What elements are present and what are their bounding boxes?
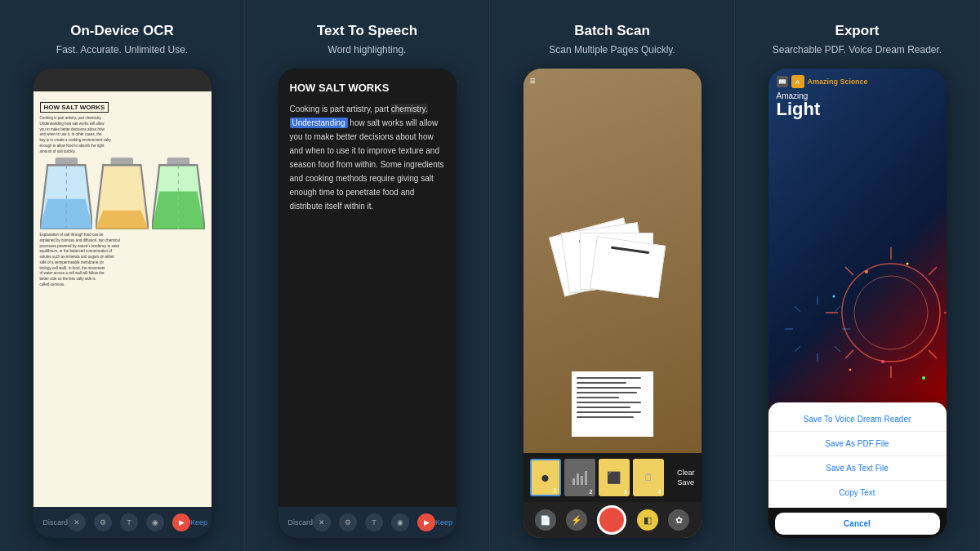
svg-line-18 xyxy=(929,267,937,275)
svg-point-35 xyxy=(832,295,835,298)
scan-document-icon[interactable]: 📄 xyxy=(535,509,556,531)
panel-batch: Batch Scan Scan Multiple Pages Quickly. … xyxy=(490,0,735,551)
clear-button[interactable]: Clear xyxy=(677,469,695,477)
text-icon[interactable]: T xyxy=(120,513,138,531)
tts-doc-title: HOW SALT WORKS xyxy=(290,82,445,94)
svg-point-15 xyxy=(842,264,940,362)
save-pdf-button[interactable]: Save As PDF File xyxy=(768,432,947,456)
save-voice-dream-button[interactable]: Save To Voice Dream Reader xyxy=(768,407,947,432)
scanned-pages-stack xyxy=(555,220,670,302)
tts-discard-icon[interactable]: ✕ xyxy=(313,513,331,531)
tts-speaker-icon[interactable]: ◉ xyxy=(391,513,409,531)
svg-point-16 xyxy=(854,276,928,349)
export-book-cover: 📖 A Amazing Science Amazing Light Save T… xyxy=(768,69,947,508)
thumb-4[interactable]: 🗒 4 xyxy=(633,459,664,496)
tts-play-icon[interactable]: ▶ xyxy=(417,513,435,531)
tts-wrench-icon[interactable]: ⚙ xyxy=(339,513,357,531)
phone-batch: ≡ xyxy=(523,69,702,538)
svg-point-34 xyxy=(906,263,908,265)
speaker-icon[interactable]: ◉ xyxy=(146,513,164,531)
svg-line-20 xyxy=(929,350,937,358)
phone-tts: HOW SALT WORKS Cooking is part artistry,… xyxy=(278,69,457,538)
panel-ocr: On-Device OCR Fast. Accurate. Unlimited … xyxy=(0,0,245,551)
svg-line-30 xyxy=(795,346,800,352)
toolbar: ✕ ⚙ T ◉ ▶ xyxy=(68,513,190,531)
save-text-button[interactable]: Save As Text File xyxy=(768,456,947,481)
panel-tts-title: Text To Speech xyxy=(317,23,417,39)
wrench-icon[interactable]: ⚙ xyxy=(94,513,112,531)
play-icon[interactable]: ▶ xyxy=(172,513,190,531)
svg-rect-11 xyxy=(572,478,575,485)
panel-tts: Text To Speech Word highlighting. HOW SA… xyxy=(245,0,490,551)
svg-rect-14 xyxy=(585,471,587,485)
svg-line-28 xyxy=(835,346,840,352)
thumb-action-buttons: Clear Save xyxy=(677,469,695,487)
thumb-2[interactable]: 2 xyxy=(564,459,595,496)
thumb-3-num: 3 xyxy=(624,489,627,495)
scan-color-icon[interactable]: ◧ xyxy=(637,509,658,531)
export-menu: Save To Voice Dream Reader Save As PDF F… xyxy=(768,402,947,508)
tts-body: Cooking is part artistry, part chemistry… xyxy=(290,102,445,213)
tts-text-icon[interactable]: T xyxy=(365,513,383,531)
ocr-camera-bar xyxy=(33,69,212,91)
panel-tts-subtitle: Word highlighting. xyxy=(328,44,407,56)
scanned-single-doc xyxy=(572,371,653,437)
ocr-illustrations xyxy=(40,158,205,229)
scan-camera-view: ≡ xyxy=(523,69,702,453)
ocr-doc: HOW SALT WORKS Cooking is part artistry,… xyxy=(33,91,212,507)
discard-button[interactable]: Discard xyxy=(43,518,69,527)
thumb-2-num: 2 xyxy=(590,489,593,495)
svg-point-36 xyxy=(881,360,884,363)
book-logo: A xyxy=(791,75,804,88)
export-book-info: 📖 A Amazing Science Amazing Light xyxy=(777,75,938,118)
panel-export-title: Export xyxy=(835,23,880,39)
svg-point-38 xyxy=(922,376,925,380)
save-button[interactable]: Save xyxy=(677,478,695,487)
phone-export: 📖 A Amazing Science Amazing Light Save T… xyxy=(768,69,947,538)
scan-menu-icon[interactable]: ≡ xyxy=(530,75,536,87)
tts-text-before: Cooking is part artistry, part xyxy=(290,104,391,113)
beaker-3-icon xyxy=(152,158,205,229)
beaker-1-icon xyxy=(40,158,93,229)
svg-line-22 xyxy=(845,350,853,358)
beaker-2-icon xyxy=(96,158,149,229)
scan-shutter-button[interactable] xyxy=(597,505,626,535)
scan-camera-controls: 📄 ⚡ ◧ ✿ xyxy=(523,502,702,538)
panel-export: Export Searchable PDF. Voice Dream Reade… xyxy=(735,0,980,551)
thumb-4-label: 🗒 xyxy=(644,472,653,483)
tts-footer: Discard ✕ ⚙ T ◉ ▶ Keep xyxy=(278,507,457,538)
svg-point-37 xyxy=(849,369,851,371)
thumb-1[interactable]: ⬤ 1 xyxy=(530,459,561,496)
copy-text-button[interactable]: Copy Text xyxy=(768,481,947,504)
svg-line-26 xyxy=(835,306,840,312)
tts-toolbar: ✕ ⚙ T ◉ ▶ xyxy=(313,513,435,531)
panel-batch-subtitle: Scan Multiple Pages Quickly. xyxy=(549,44,675,56)
scan-thumbnails: ⬤ 1 2 ⬛ 3 🗒 xyxy=(523,453,702,502)
export-content: 📖 A Amazing Science Amazing Light Save T… xyxy=(768,69,947,538)
svg-rect-0 xyxy=(55,158,78,165)
svg-line-32 xyxy=(795,306,800,312)
scan-flash-icon[interactable]: ⚡ xyxy=(566,509,587,531)
keep-button[interactable]: Keep xyxy=(190,518,207,527)
discard-icon[interactable]: ✕ xyxy=(68,513,86,531)
svg-rect-13 xyxy=(581,476,583,485)
ocr-doc-text2: Explanation of salt through food can be … xyxy=(40,233,205,288)
tts-current-word: Understanding xyxy=(290,118,348,128)
export-book-header: 📖 A Amazing Science xyxy=(777,75,938,88)
tts-content: HOW SALT WORKS Cooking is part artistry,… xyxy=(278,69,457,507)
cancel-button[interactable]: Cancel xyxy=(775,513,940,535)
stacked-page-4 xyxy=(590,236,666,298)
tts-text-after: how salt works will allow you to make be… xyxy=(290,118,444,211)
scan-aperture-icon[interactable]: ✿ xyxy=(668,509,689,531)
book-brand: Amazing Science xyxy=(808,78,868,86)
book-title-big: Light xyxy=(777,100,938,118)
thumb-3-label: ⬛ xyxy=(607,471,621,484)
svg-marker-6 xyxy=(96,211,149,229)
tts-keep-button[interactable]: Keep xyxy=(435,518,452,527)
svg-line-24 xyxy=(845,267,853,275)
svg-point-33 xyxy=(865,270,868,273)
thumb-4-num: 4 xyxy=(658,489,662,495)
thumb-1-num: 1 xyxy=(554,487,557,493)
tts-discard-button[interactable]: Discard xyxy=(288,518,314,527)
thumb-3[interactable]: ⬛ 3 xyxy=(599,459,630,496)
